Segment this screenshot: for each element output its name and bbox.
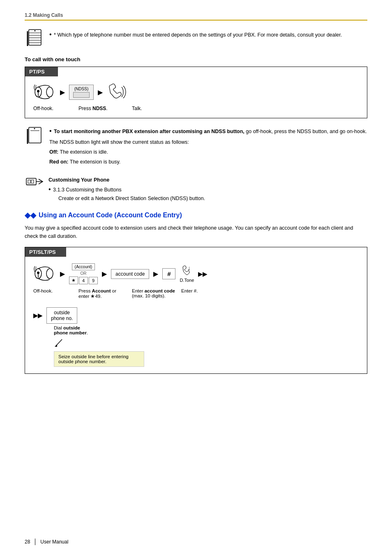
note-text: • * Which type of telephone number must … [49, 28, 342, 39]
step-labels-row2: Dial outsidephone number. [54, 325, 359, 335]
arrow3: ▶ [60, 270, 65, 278]
svg-marker-25 [55, 344, 57, 347]
callout-area: Seize outside line before entering outsi… [54, 339, 359, 367]
svg-point-9 [46, 87, 53, 97]
ndss-button: (NDSS) [69, 85, 94, 100]
svg-point-7 [35, 30, 36, 32]
svg-point-21 [46, 269, 53, 279]
monitoring-content: • To start monitoring another PBX extens… [49, 126, 367, 168]
hash-key: # [162, 268, 175, 279]
svg-rect-17 [28, 180, 30, 183]
or-text: OR [81, 271, 87, 276]
ptps-content: ▶ (NDSS) ▶ Off-hook. [25, 76, 367, 118]
account-code-description: You may give a specified account code to… [25, 224, 367, 240]
talk-icon [107, 83, 131, 101]
footer-separator [35, 539, 35, 545]
talk-label: Talk. [132, 106, 161, 111]
offhook-label2: Off-hook. [33, 288, 66, 293]
ptps-box: PT/PS ▶ [25, 67, 367, 118]
offhook-label: Off-hook. [33, 106, 62, 111]
monitoring-icon [25, 126, 44, 147]
footer-page-number: 28 [25, 539, 30, 545]
step-labels-row1: Off-hook. Press Account orenter ★49. Ent… [33, 288, 359, 299]
section-header: 1.2 Making Calls [25, 12, 367, 21]
note-icon [25, 28, 44, 49]
footer-label: User Manual [40, 539, 68, 545]
ptsltps-box: PT/SLT/PS ▶ (Account) [25, 247, 367, 374]
star-key: ★ [69, 276, 78, 284]
footer: 28 User Manual [25, 539, 367, 545]
customise-content: Customising Your Phone • 3.1.3 Customisi… [48, 176, 205, 203]
enter-code-label: Enter account code(max. 10 digits). [132, 288, 177, 298]
account-btn: (Account) [72, 263, 95, 270]
ptsltps-content: ▶ (Account) OR ★ 4 9 ▶ account code ▶ # [25, 257, 367, 373]
press-ndss-label: Press NDSS. [78, 106, 115, 111]
one-touch-title: To call with one touch [25, 56, 367, 62]
flow-labels: Off-hook. Press NDSS. Talk. [33, 106, 359, 111]
customise-icon [25, 176, 44, 193]
page-container: 1.2 Making Calls • * Which type of telep… [0, 0, 392, 555]
customising-block: Customising Your Phone • 3.1.3 Customisi… [25, 176, 367, 203]
ptsltps-label: PT/SLT/PS [25, 247, 66, 257]
nine-key: 9 [89, 277, 98, 284]
svg-point-15 [34, 128, 35, 129]
svg-point-22 [37, 272, 39, 274]
dtone-group: ♩ D.Tone [180, 265, 194, 283]
account-flow-row: ▶ (Account) OR ★ 4 9 ▶ account code ▶ # [33, 263, 359, 284]
outside-phone-box: outside phone no. [46, 307, 77, 324]
account-button-group: (Account) OR ★ 4 9 [69, 263, 98, 284]
star-row: ★ 4 9 [69, 276, 98, 284]
offhook-icon [33, 83, 56, 101]
dbl-arrow-right: ▶▶ [198, 271, 207, 277]
arrow1: ▶ [60, 88, 65, 96]
arrow4: ▶ [102, 270, 107, 278]
flow-row: ▶ (NDSS) ▶ [33, 83, 359, 101]
svg-rect-18 [31, 180, 34, 183]
arrow2: ▶ [98, 88, 103, 96]
diamonds-icon: ◆◆ [25, 211, 36, 220]
callout-arrow [54, 339, 66, 347]
flow-row2: ▶▶ outside phone no. [33, 307, 359, 324]
account-code-box: account code [111, 269, 149, 279]
four-key: 4 [79, 277, 88, 284]
dtone-label: D.Tone [180, 278, 194, 283]
offhook-icon-2 [33, 265, 56, 283]
arrow5: ▶ [153, 270, 158, 278]
dbl-arrow-left: ▶▶ [33, 312, 42, 319]
dial-outside-label: Dial outsidephone number. [54, 325, 359, 335]
enter-hash-label: Enter #. [181, 288, 210, 293]
ptps-label: PT/PS [25, 67, 58, 76]
svg-rect-12 [29, 127, 41, 143]
svg-point-10 [37, 90, 39, 92]
note-block: • * Which type of telephone number must … [25, 28, 367, 49]
monitoring-block: • To start monitoring another PBX extens… [25, 126, 367, 168]
press-account-label: Press Account orenter ★49. [78, 288, 124, 299]
account-code-section-title: ◆◆ Using an Account Code (Account Code E… [25, 211, 367, 220]
callout-box: Seize outside line before entering outsi… [54, 351, 144, 367]
svg-text:♩: ♩ [188, 266, 190, 272]
